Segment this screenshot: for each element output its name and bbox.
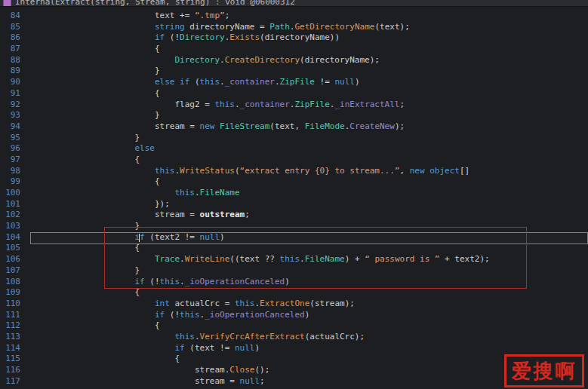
line-number[interactable]: 108 — [0, 277, 20, 288]
line-number[interactable]: 97 — [0, 155, 20, 166]
method-icon — [3, 0, 11, 7]
code-line[interactable]: 84 text += “.tmp”; — [0, 11, 588, 22]
line-number[interactable]: 98 — [0, 166, 20, 177]
code-line[interactable]: 112 { — [0, 320, 588, 332]
code-line[interactable]: 95 } — [0, 133, 588, 144]
breadcrumb-bar: InternalExtract(string, Stream, string) … — [0, 0, 588, 7]
code-line[interactable]: 106 Trace.WriteLine((text ?? this.FileNa… — [0, 254, 588, 265]
line-number[interactable]: 89 — [0, 66, 20, 77]
code-text: } — [20, 221, 588, 232]
line-number[interactable]: 86 — [0, 32, 20, 44]
code-line[interactable]: 86 if (!Directory.Exists(directoryName)) — [0, 32, 588, 44]
code-line[interactable]: 90 else if (this._container.ZipFile != n… — [0, 77, 588, 88]
code-line[interactable]: 94 stream = new FileStream(text, FileMod… — [0, 121, 588, 133]
line-number[interactable]: 112 — [0, 320, 20, 332]
line-number[interactable]: 117 — [0, 376, 20, 387]
code-line[interactable]: 104 if (text2 != null) — [0, 232, 588, 244]
code-text: { — [20, 88, 588, 100]
code-text: } — [20, 110, 588, 121]
code-line[interactable]: 114 if (text != null) — [0, 343, 588, 354]
line-number[interactable]: 91 — [0, 88, 20, 100]
line-number[interactable]: 90 — [0, 77, 20, 88]
line-number[interactable]: 93 — [0, 110, 20, 121]
code-text: if (!this._ioOperationCanceled) — [20, 277, 588, 288]
code-text: stream = new FileStream(text, FileMode.C… — [20, 121, 588, 133]
code-text: { — [20, 243, 588, 254]
line-number[interactable]: 99 — [0, 176, 20, 188]
code-text: { — [20, 155, 588, 166]
code-line[interactable]: 103 } — [0, 221, 588, 232]
code-line[interactable]: 111 if (!this._ioOperationCanceled) — [0, 310, 588, 321]
code-text: text += “.tmp”; — [20, 11, 588, 22]
line-number[interactable]: 101 — [0, 199, 20, 210]
line-number[interactable]: 114 — [0, 343, 20, 354]
code-text: this.VerifyCrcAfterExtract(actualCrc); — [20, 332, 588, 343]
line-number[interactable]: 84 — [0, 11, 20, 22]
code-line[interactable]: 110 int actualCrc = this.ExtractOne(stre… — [0, 299, 588, 310]
line-number[interactable]: 94 — [0, 121, 20, 133]
line-number[interactable]: 115 — [0, 354, 20, 365]
code-line[interactable]: 113 this.VerifyCrcAfterExtract(actualCrc… — [0, 332, 588, 343]
code-line[interactable]: 87 { — [0, 44, 588, 55]
line-number[interactable]: 109 — [0, 287, 20, 299]
line-number[interactable]: 102 — [0, 210, 20, 221]
code-line[interactable]: 107 } — [0, 265, 588, 277]
code-line[interactable]: 91 { — [0, 88, 588, 100]
line-number[interactable]: 100 — [0, 188, 20, 199]
code-text: flag2 = this._container.ZipFile._inExtra… — [20, 100, 588, 111]
code-text: }); — [20, 199, 588, 210]
code-text: } — [20, 265, 588, 277]
line-number[interactable]: 111 — [0, 310, 20, 321]
code-text: { — [20, 44, 588, 55]
code-line[interactable]: 108 if (!this._ioOperationCanceled) — [0, 277, 588, 288]
code-line[interactable]: 88 Directory.CreateDirectory(directoryNa… — [0, 55, 588, 66]
code-line[interactable]: 116 stream.Close(); — [0, 365, 588, 376]
line-number[interactable]: 96 — [0, 143, 20, 155]
code-line[interactable]: 105 { — [0, 243, 588, 254]
watermark-stamp: 爱搜啊 — [504, 354, 584, 387]
code-text: { — [20, 320, 588, 332]
code-text: int actualCrc = this.ExtractOne(stream); — [20, 299, 588, 310]
line-number[interactable]: 103 — [0, 221, 20, 232]
line-number[interactable]: 104 — [0, 232, 20, 244]
code-line[interactable]: 96 else — [0, 143, 588, 155]
code-text: { — [20, 354, 588, 365]
line-number[interactable]: 87 — [0, 44, 20, 55]
code-line[interactable]: 101 }); — [0, 199, 588, 210]
line-number[interactable]: 116 — [0, 365, 20, 376]
decompiler-window: InternalExtract(string, Stream, string) … — [0, 0, 588, 389]
code-line[interactable]: 117 stream = null; — [0, 376, 588, 387]
code-line[interactable]: 109 { — [0, 287, 588, 299]
code-text: } — [20, 133, 588, 144]
code-line[interactable]: 92 flag2 = this._container.ZipFile._inEx… — [0, 100, 588, 111]
code-text: else — [20, 143, 588, 155]
line-number[interactable]: 92 — [0, 100, 20, 111]
line-number[interactable]: 113 — [0, 332, 20, 343]
code-text: Directory.CreateDirectory(directoryName)… — [20, 55, 588, 66]
text-caret — [139, 234, 140, 242]
line-number[interactable]: 105 — [0, 243, 20, 254]
line-number[interactable]: 106 — [0, 254, 20, 265]
code-text: { — [20, 287, 588, 299]
code-line[interactable]: 115 { — [0, 354, 588, 365]
code-line[interactable]: 98 this.WriteStatus(“extract entry {0} t… — [0, 166, 588, 177]
code-text: if (text2 != null) — [20, 232, 588, 244]
code-text: this.FileName — [20, 188, 588, 199]
line-number[interactable]: 85 — [0, 22, 20, 33]
code-line[interactable]: 97 { — [0, 155, 588, 166]
code-text: { — [20, 176, 588, 188]
code-line[interactable]: 100 this.FileName — [0, 188, 588, 199]
line-number[interactable]: 110 — [0, 299, 20, 310]
line-number[interactable]: 95 — [0, 133, 20, 144]
code-text: if (!this._ioOperationCanceled) — [20, 310, 588, 321]
code-line[interactable]: 99 { — [0, 176, 588, 188]
code-line[interactable]: 85 string directoryName = Path.GetDirect… — [0, 22, 588, 33]
code-line[interactable]: 93 } — [0, 110, 588, 121]
code-line[interactable]: 89 } — [0, 66, 588, 77]
line-number[interactable]: 88 — [0, 55, 20, 66]
code-line[interactable]: 102 stream = outstream; — [0, 210, 588, 221]
code-text: Trace.WriteLine((text ?? this.FileName) … — [20, 254, 588, 265]
code-text: else if (this._container.ZipFile != null… — [20, 77, 588, 88]
code-editor[interactable]: 84 text += “.tmp”;85 string directoryNam… — [0, 11, 588, 387]
line-number[interactable]: 107 — [0, 265, 20, 277]
